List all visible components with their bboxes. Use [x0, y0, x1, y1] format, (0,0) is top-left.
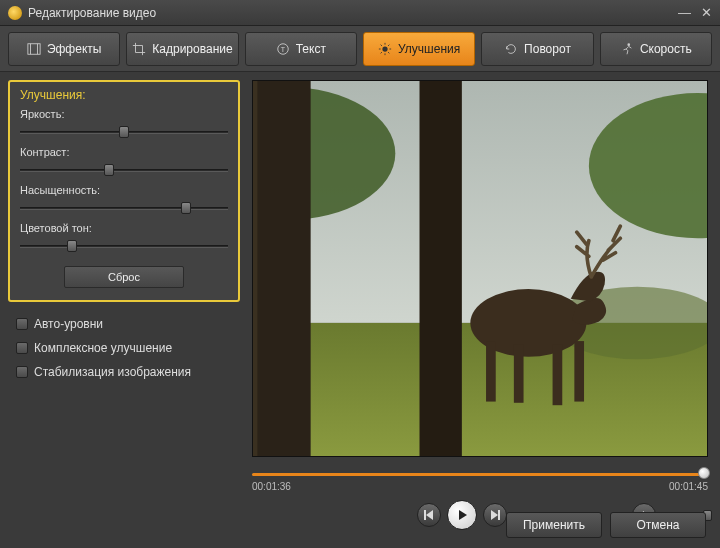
close-icon[interactable]: ✕: [701, 5, 712, 20]
tab-crop[interactable]: Кадрирование: [126, 32, 238, 66]
brightness-label: Яркость:: [20, 108, 228, 120]
svg-line-12: [381, 52, 382, 53]
check-label: Комплексное улучшение: [34, 341, 172, 355]
stabilization-row[interactable]: Стабилизация изображения: [8, 360, 240, 384]
tab-label: Эффекты: [47, 42, 102, 56]
check-label: Стабилизация изображения: [34, 365, 191, 379]
minimize-icon[interactable]: —: [678, 5, 691, 20]
film-icon: [27, 42, 41, 56]
contrast-slider[interactable]: [20, 162, 228, 178]
svg-rect-29: [498, 510, 500, 520]
svg-rect-24: [486, 341, 496, 401]
apply-button[interactable]: Применить: [506, 512, 602, 538]
play-button[interactable]: [447, 500, 477, 530]
svg-line-13: [388, 44, 389, 45]
svg-rect-27: [574, 341, 584, 401]
tab-enhance[interactable]: Улучшения: [363, 32, 475, 66]
window-title: Редактирование видео: [28, 6, 156, 20]
check-label: Авто-уровни: [34, 317, 103, 331]
sun-icon: [378, 42, 392, 56]
timeline-slider[interactable]: [252, 469, 708, 479]
panel-title: Улучшения:: [20, 88, 228, 102]
svg-rect-0: [28, 43, 40, 54]
skip-back-icon: [423, 509, 435, 521]
runner-icon: [620, 42, 634, 56]
hue-label: Цветовой тон:: [20, 222, 228, 234]
tab-text[interactable]: T Текст: [245, 32, 357, 66]
next-button[interactable]: [483, 503, 507, 527]
svg-rect-22: [420, 81, 462, 456]
contrast-label: Контраст:: [20, 146, 228, 158]
text-icon: T: [276, 42, 290, 56]
crop-icon: [132, 42, 146, 56]
time-total: 00:01:45: [669, 481, 708, 492]
tab-effects[interactable]: Эффекты: [8, 32, 120, 66]
svg-line-10: [381, 44, 382, 45]
tab-label: Скорость: [640, 42, 692, 56]
tab-label: Текст: [296, 42, 326, 56]
tab-label: Улучшения: [398, 42, 460, 56]
saturation-label: Насыщенность:: [20, 184, 228, 196]
svg-rect-28: [424, 510, 426, 520]
hue-slider[interactable]: [20, 238, 228, 254]
svg-rect-26: [553, 345, 563, 405]
reset-label: Сброс: [108, 271, 140, 283]
tab-label: Поворот: [524, 42, 571, 56]
video-preview: [252, 80, 708, 457]
auto-levels-row[interactable]: Авто-уровни: [8, 312, 240, 336]
prev-button[interactable]: [417, 503, 441, 527]
svg-rect-21: [253, 81, 257, 456]
timeline-thumb[interactable]: [698, 467, 710, 479]
cancel-label: Отмена: [636, 518, 679, 532]
tab-label: Кадрирование: [152, 42, 232, 56]
checkbox-icon[interactable]: [16, 366, 28, 378]
enhancements-panel: Улучшения: Яркость: Контраст: Насыщеннос…: [8, 80, 240, 302]
rotate-icon: [504, 42, 518, 56]
svg-text:T: T: [281, 45, 286, 52]
svg-point-5: [382, 46, 387, 51]
cancel-button[interactable]: Отмена: [610, 512, 706, 538]
tab-rotate[interactable]: Поворот: [481, 32, 593, 66]
tab-speed[interactable]: Скорость: [600, 32, 712, 66]
apply-label: Применить: [523, 518, 585, 532]
complex-enhance-row[interactable]: Комплексное улучшение: [8, 336, 240, 360]
saturation-slider[interactable]: [20, 200, 228, 216]
svg-rect-20: [253, 81, 311, 456]
brightness-slider[interactable]: [20, 124, 228, 140]
svg-rect-25: [514, 345, 524, 403]
svg-point-14: [627, 43, 630, 46]
time-current: 00:01:36: [252, 481, 291, 492]
app-logo-icon: [8, 6, 22, 20]
play-icon: [455, 508, 469, 522]
reset-button[interactable]: Сброс: [64, 266, 184, 288]
checkbox-icon[interactable]: [16, 342, 28, 354]
svg-line-11: [388, 52, 389, 53]
checkbox-icon[interactable]: [16, 318, 28, 330]
skip-forward-icon: [489, 509, 501, 521]
